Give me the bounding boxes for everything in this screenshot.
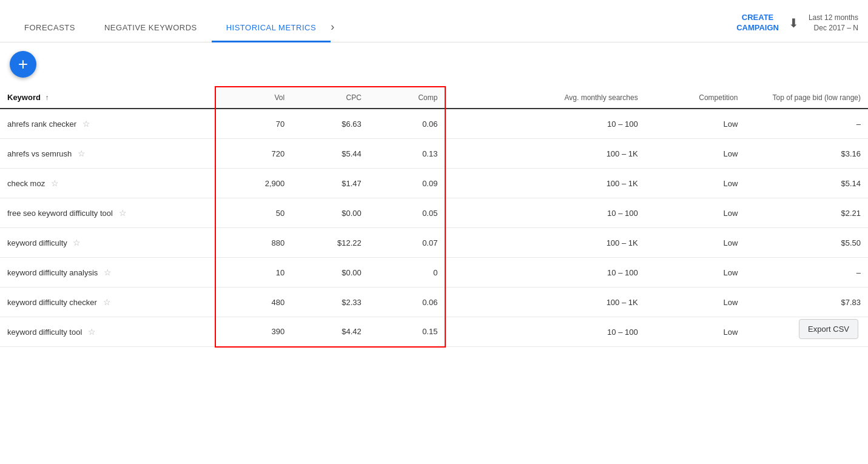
cell-avg-monthly: 10 – 100 bbox=[491, 109, 645, 139]
cell-cpc: $6.63 bbox=[292, 109, 369, 139]
cell-top-bid: $7.83 bbox=[745, 287, 868, 317]
col-header-spacer bbox=[445, 87, 491, 109]
cell-competition: Low bbox=[645, 287, 745, 317]
table-row: ahrefs vs semrush ☆ 720 $5.44 0.13 100 –… bbox=[0, 139, 868, 169]
cell-vol: 70 bbox=[215, 109, 292, 139]
cell-top-bid: – bbox=[745, 258, 868, 287]
cell-competition: Low bbox=[645, 109, 745, 139]
cell-competition: Low bbox=[645, 228, 745, 258]
star-icon[interactable]: ☆ bbox=[73, 238, 81, 247]
cell-cpc: $2.33 bbox=[292, 287, 369, 317]
cell-comp: 0.06 bbox=[369, 109, 446, 139]
add-button[interactable]: + bbox=[10, 51, 36, 78]
col-header-competition: Competition bbox=[645, 87, 745, 109]
cell-keyword: check moz ☆ bbox=[0, 169, 215, 198]
cell-keyword: keyword difficulty analysis ☆ bbox=[0, 258, 215, 287]
cell-spacer bbox=[445, 258, 491, 287]
cell-vol: 390 bbox=[215, 317, 292, 347]
cell-cpc: $0.00 bbox=[292, 258, 369, 287]
star-icon[interactable]: ☆ bbox=[82, 119, 90, 129]
cell-top-bid: $3.16 bbox=[745, 139, 868, 169]
star-icon[interactable]: ☆ bbox=[78, 149, 86, 158]
tab-negative-keywords[interactable]: NEGATIVE KEYWORDS bbox=[90, 23, 212, 42]
cell-top-bid: $5.50 bbox=[745, 228, 868, 258]
nav-bar: FORECASTS NEGATIVE KEYWORDS HISTORICAL M… bbox=[0, 0, 868, 42]
cell-cpc: $1.47 bbox=[292, 169, 369, 198]
table-row: free seo keyword difficulty tool ☆ 50 $0… bbox=[0, 198, 868, 228]
cell-comp: 0.13 bbox=[369, 139, 446, 169]
cell-competition: Low bbox=[645, 198, 745, 228]
cell-keyword: ahrefs rank checker ☆ bbox=[0, 109, 215, 139]
cell-comp: 0.07 bbox=[369, 228, 446, 258]
more-tabs-chevron[interactable]: › bbox=[331, 21, 334, 42]
cell-vol: 880 bbox=[215, 228, 292, 258]
cell-comp: 0 bbox=[369, 258, 446, 287]
cell-top-bid: Export CSV bbox=[745, 317, 868, 347]
cell-keyword: keyword difficulty checker ☆ bbox=[0, 287, 215, 317]
cell-top-bid: $5.14 bbox=[745, 169, 868, 198]
cell-vol: 10 bbox=[215, 258, 292, 287]
cell-spacer bbox=[445, 139, 491, 169]
keywords-table: Keyword ↑ Vol CPC Comp Avg. monthly sear… bbox=[0, 86, 868, 348]
star-icon[interactable]: ☆ bbox=[51, 178, 59, 188]
cell-avg-monthly: 100 – 1K bbox=[491, 228, 645, 258]
cell-competition: Low bbox=[645, 169, 745, 198]
cell-vol: 50 bbox=[215, 198, 292, 228]
cell-competition: Low bbox=[645, 258, 745, 287]
table-row: check moz ☆ 2,900 $1.47 0.09 100 – 1K Lo… bbox=[0, 169, 868, 198]
col-header-keyword[interactable]: Keyword ↑ bbox=[0, 87, 215, 109]
cell-top-bid: $2.21 bbox=[745, 198, 868, 228]
col-header-vol: Vol bbox=[215, 87, 292, 109]
star-icon[interactable]: ☆ bbox=[119, 208, 127, 218]
star-icon[interactable]: ☆ bbox=[88, 327, 96, 337]
tab-historical-metrics[interactable]: HISTORICAL METRICS bbox=[212, 23, 331, 42]
table-row: keyword difficulty tool ☆ 390 $4.42 0.15… bbox=[0, 317, 868, 347]
table-row: keyword difficulty checker ☆ 480 $2.33 0… bbox=[0, 287, 868, 317]
col-header-avg-monthly: Avg. monthly searches bbox=[491, 87, 645, 109]
star-icon[interactable]: ☆ bbox=[103, 297, 111, 307]
star-icon[interactable]: ☆ bbox=[104, 267, 112, 277]
date-range-display: Last 12 months Dec 2017 – N bbox=[809, 13, 858, 33]
cell-spacer bbox=[445, 169, 491, 198]
export-csv-button[interactable]: Export CSV bbox=[799, 319, 858, 339]
cell-avg-monthly: 10 – 100 bbox=[491, 317, 645, 347]
col-header-comp: Comp bbox=[369, 87, 446, 109]
cell-competition: Low bbox=[645, 139, 745, 169]
cell-vol: 720 bbox=[215, 139, 292, 169]
cell-comp: 0.09 bbox=[369, 169, 446, 198]
cell-comp: 0.05 bbox=[369, 198, 446, 228]
cell-keyword: ahrefs vs semrush ☆ bbox=[0, 139, 215, 169]
cell-cpc: $5.44 bbox=[292, 139, 369, 169]
nav-right: CREATE CAMPAIGN ⬇ Last 12 months Dec 201… bbox=[736, 13, 858, 42]
cell-keyword: free seo keyword difficulty tool ☆ bbox=[0, 198, 215, 228]
cell-spacer bbox=[445, 317, 491, 347]
cell-avg-monthly: 10 – 100 bbox=[491, 258, 645, 287]
cell-cpc: $4.42 bbox=[292, 317, 369, 347]
tab-forecasts[interactable]: FORECASTS bbox=[10, 23, 90, 42]
keywords-table-wrapper: Keyword ↑ Vol CPC Comp Avg. monthly sear… bbox=[0, 86, 868, 348]
create-campaign-button[interactable]: CREATE CAMPAIGN bbox=[736, 13, 779, 33]
cell-keyword: keyword difficulty tool ☆ bbox=[0, 317, 215, 347]
col-header-cpc: CPC bbox=[292, 87, 369, 109]
cell-avg-monthly: 100 – 1K bbox=[491, 139, 645, 169]
table-row: keyword difficulty ☆ 880 $12.22 0.07 100… bbox=[0, 228, 868, 258]
table-row: ahrefs rank checker ☆ 70 $6.63 0.06 10 –… bbox=[0, 109, 868, 139]
cell-spacer bbox=[445, 109, 491, 139]
download-icon[interactable]: ⬇ bbox=[789, 16, 799, 30]
cell-keyword: keyword difficulty ☆ bbox=[0, 228, 215, 258]
cell-vol: 2,900 bbox=[215, 169, 292, 198]
cell-avg-monthly: 100 – 1K bbox=[491, 169, 645, 198]
cell-avg-monthly: 10 – 100 bbox=[491, 198, 645, 228]
col-header-top-bid: Top of page bid (low range) bbox=[745, 87, 868, 109]
cell-top-bid: – bbox=[745, 109, 868, 139]
sort-icon: ↑ bbox=[45, 93, 49, 102]
cell-spacer bbox=[445, 228, 491, 258]
cell-spacer bbox=[445, 198, 491, 228]
table-row: keyword difficulty analysis ☆ 10 $0.00 0… bbox=[0, 258, 868, 287]
cell-cpc: $12.22 bbox=[292, 228, 369, 258]
cell-spacer bbox=[445, 287, 491, 317]
cell-competition: Low bbox=[645, 317, 745, 347]
cell-comp: 0.06 bbox=[369, 287, 446, 317]
cell-cpc: $0.00 bbox=[292, 198, 369, 228]
cell-avg-monthly: 100 – 1K bbox=[491, 287, 645, 317]
